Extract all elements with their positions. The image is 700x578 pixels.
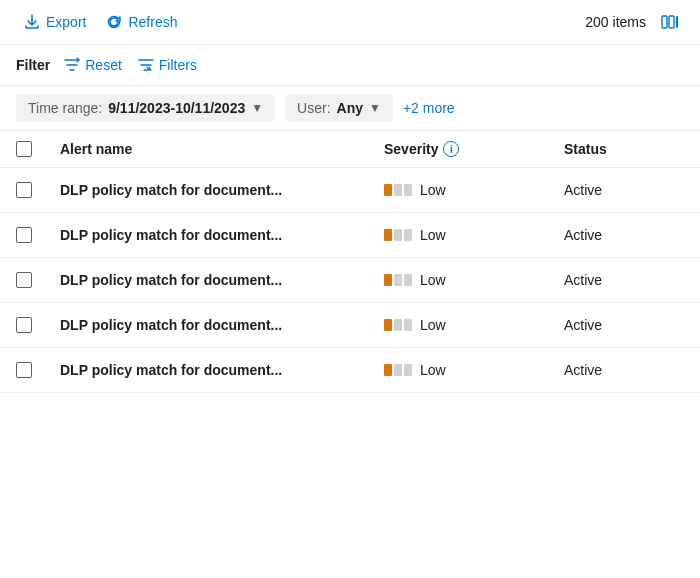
- table-row: DLP policy match for document... Low Act…: [0, 168, 700, 213]
- severity-label-0: Low: [420, 182, 446, 198]
- severity-bar-2-2: [394, 274, 402, 286]
- time-range-value: 9/11/2023-10/11/2023: [108, 100, 245, 116]
- row-checkbox-2[interactable]: [16, 272, 60, 288]
- severity-cell-0: Low: [384, 182, 564, 198]
- table-row: DLP policy match for document... Low Act…: [0, 348, 700, 393]
- user-prefix: User:: [297, 100, 330, 116]
- table-row: DLP policy match for document... Low Act…: [0, 213, 700, 258]
- dropdown-row: Time range: 9/11/2023-10/11/2023 ▼ User:…: [0, 86, 700, 131]
- time-range-chevron-icon: ▼: [251, 101, 263, 115]
- alert-name-0[interactable]: DLP policy match for document...: [60, 182, 384, 198]
- reset-filter-icon: [64, 57, 80, 73]
- alert-name-3[interactable]: DLP policy match for document...: [60, 317, 384, 333]
- item-count: 200 items: [585, 14, 646, 30]
- severity-bar-1-1: [384, 229, 392, 241]
- status-text-3: Active: [564, 317, 684, 333]
- severity-bar-2-0: [394, 184, 402, 196]
- user-value: Any: [337, 100, 363, 116]
- alert-name-4[interactable]: DLP policy match for document...: [60, 362, 384, 378]
- severity-cell-2: Low: [384, 272, 564, 288]
- severity-label-3: Low: [420, 317, 446, 333]
- row-checkbox-0[interactable]: [16, 182, 60, 198]
- column-settings-button[interactable]: [656, 8, 684, 36]
- table-rows: DLP policy match for document... Low Act…: [0, 168, 700, 393]
- filter-bar: Filter Reset Filters: [0, 45, 700, 86]
- row-checkbox-1[interactable]: [16, 227, 60, 243]
- severity-label-1: Low: [420, 227, 446, 243]
- status-text-0: Active: [564, 182, 684, 198]
- severity-cell-1: Low: [384, 227, 564, 243]
- table-row: DLP policy match for document... Low Act…: [0, 303, 700, 348]
- reset-button[interactable]: Reset: [58, 53, 128, 77]
- svg-rect-1: [669, 16, 674, 28]
- severity-bar-1-0: [384, 184, 392, 196]
- user-dropdown[interactable]: User: Any ▼: [285, 94, 393, 122]
- severity-bars-1: [384, 229, 412, 241]
- severity-bar-3-2: [404, 274, 412, 286]
- severity-bar-3-4: [404, 364, 412, 376]
- severity-bar-3-3: [404, 319, 412, 331]
- toolbar-right: 200 items: [585, 8, 684, 36]
- filters-button[interactable]: Filters: [132, 53, 203, 77]
- severity-bar-1-4: [384, 364, 392, 376]
- refresh-icon: [106, 14, 122, 30]
- severity-bar-3-0: [404, 184, 412, 196]
- select-all-checkbox[interactable]: [16, 141, 60, 157]
- export-icon: [24, 14, 40, 30]
- severity-cell-4: Low: [384, 362, 564, 378]
- severity-bars-2: [384, 274, 412, 286]
- col-header-alert-name: Alert name: [60, 141, 384, 157]
- svg-rect-0: [662, 16, 667, 28]
- more-filters-button[interactable]: +2 more: [403, 100, 455, 116]
- table-container: Alert name Severity i Status DLP policy …: [0, 131, 700, 393]
- severity-info-icon[interactable]: i: [443, 141, 459, 157]
- toolbar-left: Export Refresh: [16, 10, 186, 34]
- col-header-severity: Severity i: [384, 141, 564, 157]
- refresh-button[interactable]: Refresh: [98, 10, 185, 34]
- severity-bar-2-3: [394, 319, 402, 331]
- severity-bars-4: [384, 364, 412, 376]
- severity-bar-3-1: [404, 229, 412, 241]
- alert-name-1[interactable]: DLP policy match for document...: [60, 227, 384, 243]
- severity-bars-0: [384, 184, 412, 196]
- status-text-1: Active: [564, 227, 684, 243]
- severity-bar-2-4: [394, 364, 402, 376]
- severity-cell-3: Low: [384, 317, 564, 333]
- time-range-prefix: Time range:: [28, 100, 102, 116]
- table-row: DLP policy match for document... Low Act…: [0, 258, 700, 303]
- status-text-4: Active: [564, 362, 684, 378]
- status-text-2: Active: [564, 272, 684, 288]
- table-header: Alert name Severity i Status: [0, 131, 700, 168]
- severity-bars-3: [384, 319, 412, 331]
- col-header-status: Status: [564, 141, 684, 157]
- severity-bar-2-1: [394, 229, 402, 241]
- severity-label-2: Low: [420, 272, 446, 288]
- severity-bar-1-2: [384, 274, 392, 286]
- row-checkbox-4[interactable]: [16, 362, 60, 378]
- toolbar: Export Refresh 200 items: [0, 0, 700, 45]
- severity-label-4: Low: [420, 362, 446, 378]
- filter-label: Filter: [16, 57, 50, 73]
- filters-icon: [138, 57, 154, 73]
- user-chevron-icon: ▼: [369, 101, 381, 115]
- export-button[interactable]: Export: [16, 10, 94, 34]
- time-range-dropdown[interactable]: Time range: 9/11/2023-10/11/2023 ▼: [16, 94, 275, 122]
- severity-bar-1-3: [384, 319, 392, 331]
- alert-name-2[interactable]: DLP policy match for document...: [60, 272, 384, 288]
- row-checkbox-3[interactable]: [16, 317, 60, 333]
- svg-rect-2: [676, 16, 678, 28]
